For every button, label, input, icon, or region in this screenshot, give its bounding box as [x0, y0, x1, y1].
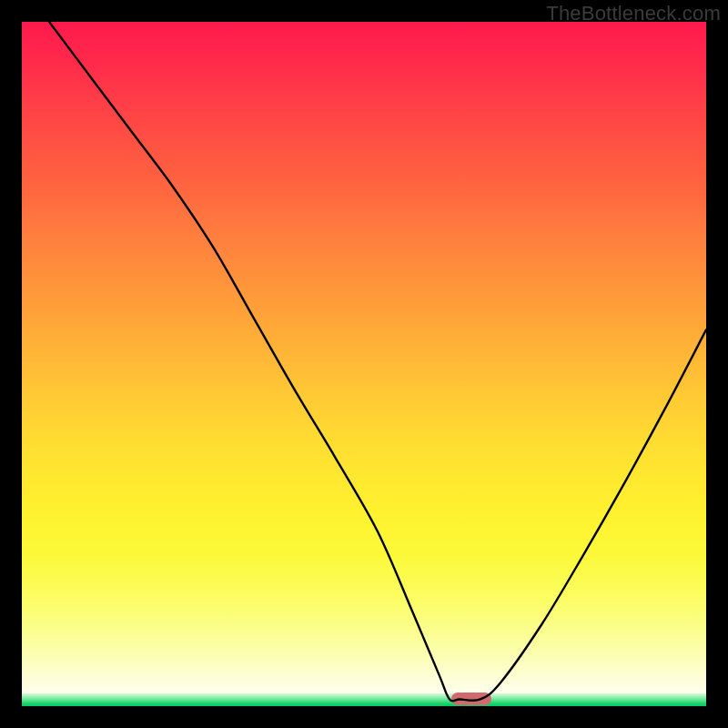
bottleneck-curve — [22, 22, 706, 706]
plot-area — [22, 22, 706, 706]
chart-frame: TheBottleneck.com — [0, 0, 728, 728]
